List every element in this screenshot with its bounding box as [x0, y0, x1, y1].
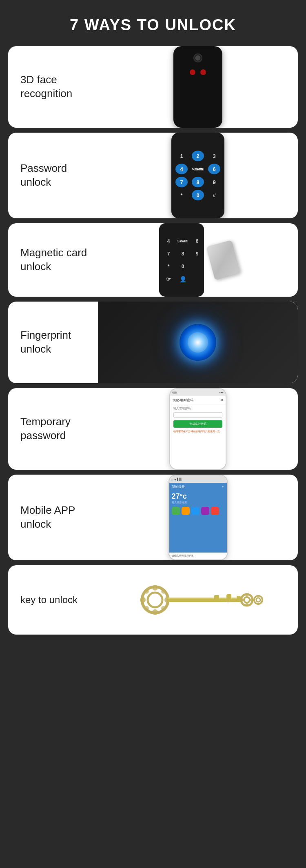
m-key-7: 7 [162, 249, 175, 259]
svg-point-3 [152, 609, 158, 615]
key-6: 6 [208, 164, 220, 174]
svg-rect-11 [167, 597, 243, 599]
key-9: 9 [208, 177, 220, 187]
app2-statusbar: X ◀ ▐▐▐ [169, 475, 227, 483]
m-key-9: 9 [191, 249, 203, 259]
app2-icon-3 [191, 507, 200, 515]
app2-status-text: X ◀ [171, 478, 176, 481]
keypad-grid: 1 2 3 4 5CARD 6 7 8 9 * 0 # [175, 151, 221, 200]
app2-subtitle-text: 居几温度-湿度 [172, 501, 224, 504]
card-password-unlock: Passwordunlock 1 2 3 4 5CARD 6 7 8 9 * 0… [8, 133, 298, 218]
key-1: 1 [175, 151, 188, 161]
app2-titlebar: 我的设备 ＋ [169, 483, 227, 491]
magnetic-keypad-grid: 4 5CARD 6 7 8 9 * 0 ☞ 👤 [162, 236, 201, 284]
svg-point-17 [245, 593, 248, 597]
magnetic-keypad: 4 5CARD 6 7 8 9 * 0 ☞ 👤 [159, 223, 204, 297]
card-magnetic: Magnetic cardunlock 4 5CARD 6 7 8 9 * 0 … [8, 223, 298, 297]
key-7: 7 [175, 177, 188, 187]
card-password-visual: 1 2 3 4 5CARD 6 7 8 9 * 0 # [98, 133, 298, 218]
card-password-label: Passwordunlock [8, 153, 98, 198]
page-title: 7 WAYS TO UNLOCK [70, 16, 236, 34]
m-icon-finger: ☞ [162, 274, 175, 284]
card-key-visual [98, 565, 298, 635]
key-0: 0 [192, 190, 204, 200]
svg-point-21 [254, 596, 262, 604]
card-temp-visual: 锁秘 ●●● 锁秘-临时密码 ⚙ 输入管理密码 生成临时密码 临时密码在30分钟… [98, 388, 298, 470]
m-key-hash [191, 261, 203, 272]
phone-camera-icon [193, 53, 202, 62]
card-temp-password: Temporarypassword 锁秘 ●●● 锁秘-临时密码 ⚙ 输入管理密… [8, 388, 298, 470]
app-input-label: 输入管理密码 [173, 407, 222, 411]
m-key-star: * [162, 261, 175, 272]
m-icon-face: 👤 [177, 274, 189, 284]
svg-point-9 [161, 606, 166, 611]
card-fingerprint-label: Fingerprintunlock [8, 320, 98, 364]
key-8: 8 [192, 177, 204, 187]
card-mobile-label: Mobile APPunlock [8, 495, 98, 539]
svg-point-6 [144, 589, 149, 594]
app-statusbar: 锁秘 ●●● [170, 389, 226, 396]
app-status-right: ●●● [219, 391, 224, 394]
svg-rect-13 [226, 594, 231, 602]
card-fingerprint: Fingerprintunlock [8, 302, 298, 383]
app-note-text: 临时密码在30分钟有效时间内只能使用一次 [173, 430, 222, 433]
magnetic-area: 4 5CARD 6 7 8 9 * 0 ☞ 👤 [98, 223, 298, 297]
card-face-label: 3D facerecognition [8, 65, 98, 109]
svg-point-19 [240, 598, 244, 602]
app-generate-btn[interactable]: 生成临时密码 [173, 420, 222, 428]
svg-point-18 [245, 603, 248, 606]
app-titlebar: 锁秘-临时密码 ⚙ [170, 396, 226, 404]
mobile-app-phone: X ◀ ▐▐▐ 我的设备 ＋ 27°c 居几温度-湿度 请输入管理员用户名: [169, 475, 228, 560]
app2-temperature: 27°c [172, 492, 224, 501]
app-input-box [173, 412, 222, 418]
app2-main-content: 27°c 居几温度-湿度 [169, 491, 227, 553]
m-key-0: 0 [177, 261, 189, 272]
app-status-left: 锁秘 [172, 391, 177, 395]
key-5-card: 5CARD [192, 164, 204, 174]
card-temp-label: Temporarypassword [8, 407, 98, 451]
m-key-empty [191, 274, 203, 284]
m-key-8: 8 [177, 249, 189, 259]
magnetic-card-visual [206, 240, 241, 280]
card-key-unlock: key to unlock [8, 565, 298, 635]
svg-point-20 [250, 598, 253, 602]
app2-icon-4 [201, 507, 209, 515]
m-key-4: 4 [162, 236, 175, 246]
key-star: * [175, 190, 188, 200]
card-face-visual [98, 46, 298, 128]
card-magnetic-label: Magnetic cardunlock [8, 238, 98, 282]
svg-point-8 [144, 606, 149, 611]
card-mobile-visual: X ◀ ▐▐▐ 我的设备 ＋ 27°c 居几温度-湿度 请输入管理员用户名: [98, 475, 298, 560]
temp-app-phone: 锁秘 ●●● 锁秘-临时密码 ⚙ 输入管理密码 生成临时密码 临时密码在30分钟… [169, 388, 226, 470]
svg-point-1 [148, 593, 162, 607]
app2-icon-1 [172, 507, 180, 515]
app-content: 输入管理密码 生成临时密码 临时密码在30分钟有效时间内只能使用一次 [170, 404, 226, 469]
svg-point-2 [152, 585, 158, 591]
app-title-text: 锁秘-临时密码 [173, 398, 193, 402]
key-svg-container [98, 579, 298, 620]
svg-rect-12 [214, 595, 219, 602]
app2-icons-row [172, 507, 224, 515]
app2-icon-2 [182, 507, 190, 515]
svg-point-4 [140, 597, 146, 603]
m-key-6: 6 [191, 236, 203, 246]
fingerprint-glow [180, 324, 216, 361]
key-hash: # [208, 190, 220, 200]
svg-rect-14 [237, 596, 241, 602]
app2-title-label: 我的设备 [172, 484, 185, 489]
card-mobile-app: Mobile APPunlock X ◀ ▐▐▐ 我的设备 ＋ 27°c 居几温… [8, 475, 298, 560]
key-4: 4 [175, 164, 188, 174]
svg-point-7 [161, 589, 166, 594]
app2-bottom-input: 请输入管理员用户名: [169, 553, 227, 559]
card-fingerprint-visual [98, 302, 298, 383]
face-dot-left [190, 69, 195, 75]
face-dots [190, 69, 206, 75]
app2-status-signal: ▐▐▐ [176, 478, 182, 480]
key-svg [133, 579, 263, 620]
card-face-recognition: 3D facerecognition [8, 46, 298, 128]
app2-icon-5 [211, 507, 219, 515]
key-3: 3 [208, 151, 220, 161]
key-2: 2 [192, 151, 204, 161]
card-magnetic-visual: 4 5CARD 6 7 8 9 * 0 ☞ 👤 [98, 223, 298, 297]
m-key-5: 5CARD [177, 236, 189, 246]
